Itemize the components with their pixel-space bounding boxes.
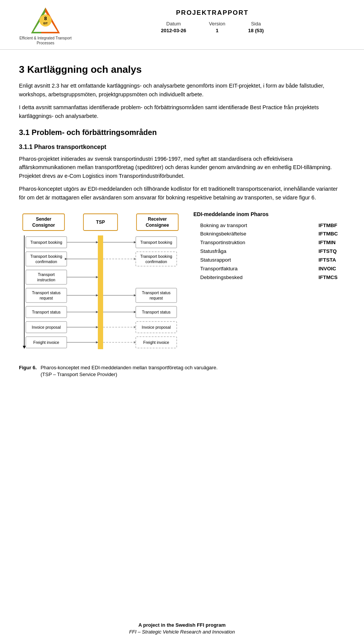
svg-text:Transport status: Transport status [142,290,170,295]
svg-text:TSP: TSP [96,220,105,225]
svg-text:Receiver: Receiver [148,216,167,222]
header: 8 EIT Efficient & Integrated Transport P… [0,0,364,50]
footer-line1: A project in the Swedish FFI program [0,622,364,629]
svg-text:Transport status: Transport status [32,310,60,314]
edi-item-6: DebiteringsbeskedIFTMCS [200,274,345,281]
figure-caption: Figur 6. Pharos-konceptet med EDI-meddel… [19,364,345,378]
edi-item-5: TransportfakturaINVOIC [200,265,345,273]
section-heading: 3 Kartläggning och analys [19,63,345,76]
edi-list: Bokning av transportIFTMBF Bokningsbekrä… [193,222,345,281]
edi-title: EDI-meddelande inom Pharos [193,211,345,218]
diagram-container: Sender Consignor TSP Receiver Consignee … [19,211,345,361]
svg-text:Consignor: Consignor [32,223,55,228]
sub-subsection-311: 3.1.1 Pharos transportkoncept [19,143,345,151]
figure-label: Figur 6. [19,364,37,378]
pharos-para2: Pharos-konceptet utgörs av EDI-meddeland… [19,185,345,202]
svg-text:confirmation: confirmation [145,259,167,264]
header-version: Version 1 [209,20,225,34]
diagram-left: Sender Consignor TSP Receiver Consignee … [19,211,182,361]
header-sida: Sida 18 (53) [248,20,264,34]
svg-text:Transport status: Transport status [142,310,170,314]
edi-item-2: TransportinstruktionIFTMIN [200,239,345,246]
edi-item-1: BokningsbekräftelseIFTMBC [200,231,345,238]
diagram-right: EDI-meddelande inom Pharos Bokning av tr… [193,211,345,283]
edi-item-0: Bokning av transportIFTMBF [200,222,345,229]
svg-text:Transport status: Transport status [32,290,60,295]
figure-text: Pharos-konceptet med EDI-meddelanden mel… [41,364,218,378]
svg-text:Transport booking: Transport booking [140,254,172,259]
svg-text:Sender: Sender [36,216,52,222]
footer: A project in the Swedish FFI program FFI… [0,622,364,635]
svg-text:8: 8 [44,16,47,21]
header-center: PROJEKTRAPPORT Datum 2012-03-26 Version … [76,7,349,34]
content: 3 Kartläggning och analys Enligt avsnitt… [0,50,364,386]
page: 8 EIT Efficient & Integrated Transport P… [0,0,364,643]
subsection-31: 3.1 Problem- och förbättringsområden [19,127,345,138]
header-meta: Datum 2012-03-26 Version 1 Sida 18 (53) [161,20,264,34]
logo-text: Efficient & Integrated Transport Process… [19,36,72,45]
edi-item-3: StatusfrågaIFTSTQ [200,248,345,255]
edi-item-4: StatusrapportIFTSTA [200,257,345,264]
svg-text:Invoice proposal: Invoice proposal [142,325,171,329]
svg-text:Transport booking: Transport booking [30,240,62,245]
svg-text:Freight invoice: Freight invoice [143,340,169,345]
svg-text:Consignee: Consignee [146,223,169,228]
svg-text:Invoice proposal: Invoice proposal [32,325,61,329]
section-para1: Enligt avsnitt 2.3 har ett omfattande ka… [19,82,345,99]
svg-text:confirmation: confirmation [35,259,57,264]
svg-text:Transport booking: Transport booking [30,254,62,259]
svg-text:Transport booking: Transport booking [140,240,172,245]
footer-line2: FFI – Strategic Vehicle Research and Inn… [0,629,364,635]
pharos-para1: Pharos-projektet initierades av svensk t… [19,155,345,180]
logo-triangle: 8 EIT [30,7,61,34]
svg-rect-17 [98,235,103,349]
header-title: PROJEKTRAPPORT [176,8,248,17]
svg-text:Transport: Transport [38,272,55,277]
svg-text:instruction: instruction [37,278,55,282]
svg-text:EIT: EIT [44,22,48,25]
logo-area: 8 EIT Efficient & Integrated Transport P… [15,7,76,45]
svg-text:request: request [39,296,53,300]
svg-marker-16 [23,346,26,349]
svg-text:request: request [149,296,163,300]
svg-text:Freight invoice: Freight invoice [33,340,59,345]
header-datum: Datum 2012-03-26 [161,20,186,34]
flow-diagram-svg: Sender Consignor TSP Receiver Consignee … [19,211,182,359]
section-para2: I detta avsnitt sammanfattas identifiera… [19,103,345,120]
